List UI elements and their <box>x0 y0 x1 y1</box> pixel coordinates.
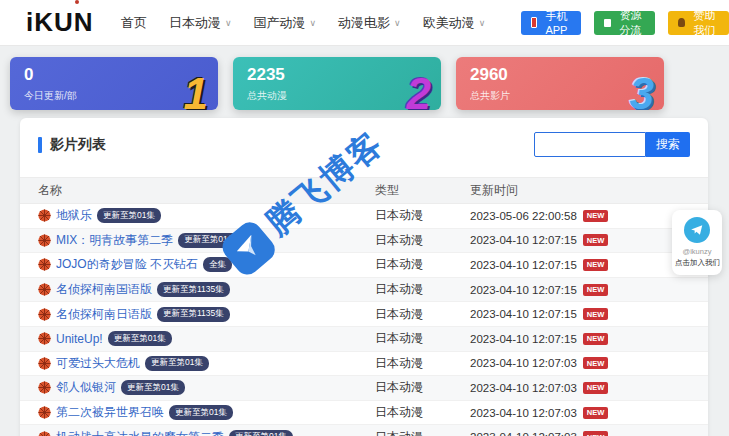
table-row: 地狱乐 更新至第01集 日本动漫 2023-05-06 22:00:58 NEW <box>20 204 708 229</box>
update-time: 2023-05-06 22:00:58 <box>470 210 577 222</box>
time-cell: 2023-04-10 12:07:03 NEW <box>470 382 708 394</box>
telegram-handle: @ikunzy <box>675 247 719 256</box>
name-cell: UniteUp! 更新至第01集 <box>38 331 375 346</box>
table-row: JOJO的奇妙冒险 不灭钻石 全集 日本动漫 2023-04-10 12:07:… <box>20 253 708 278</box>
table-row: MIX：明青故事第二季 更新至第01集 日本动漫 2023-04-10 12:0… <box>20 229 708 254</box>
video-title-link[interactable]: 名侦探柯南日语版 <box>56 306 152 323</box>
app-download-label: 手机APP <box>542 9 571 36</box>
nav-menu-item[interactable]: 欧美动漫 ∨ <box>423 14 486 32</box>
table-header-row: 名称 类型 更新时间 <box>20 177 708 204</box>
video-title-link[interactable]: MIX：明青故事第二季 <box>56 232 173 249</box>
site-logo[interactable]: iKUN <box>26 7 99 38</box>
video-title-link[interactable]: 第二次被异世界召唤 <box>56 404 164 421</box>
search-input[interactable] <box>534 132 646 157</box>
episode-badge: 更新至第01集 <box>121 380 185 395</box>
stat-label: 今日更新/部 <box>24 89 204 103</box>
video-title-link[interactable]: 机动战士高达水星的魔女第二季 <box>56 429 224 436</box>
time-cell: 2023-04-10 12:07:15 NEW <box>470 333 708 345</box>
panel-title: 影片列表 <box>38 136 106 154</box>
nav-menu-item[interactable]: 国产动漫 ∨ <box>254 14 317 32</box>
resource-mirror-button[interactable]: 资源分流 <box>594 11 655 35</box>
search-button[interactable]: 搜索 <box>646 132 690 157</box>
name-cell: 邻人似银河 更新至第01集 <box>38 379 375 396</box>
basketball-icon <box>38 431 51 436</box>
nav-menu-item-label: 首页 <box>121 14 147 32</box>
time-cell: 2023-04-10 12:07:15 NEW <box>470 284 708 296</box>
time-cell: 2023-04-10 12:07:03 NEW <box>470 357 708 369</box>
name-cell: 名侦探柯南国语版 更新至第1135集 <box>38 281 375 298</box>
video-title-link[interactable]: 邻人似银河 <box>56 379 116 396</box>
table-row: 名侦探柯南国语版 更新至第1135集 日本动漫 2023-04-10 12:07… <box>20 278 708 303</box>
update-time: 2023-04-10 12:07:15 <box>470 259 577 271</box>
basketball-player-icon <box>78 3 88 15</box>
chevron-down-icon: ∨ <box>225 18 232 28</box>
app-download-button[interactable]: 手机APP <box>521 11 580 35</box>
name-cell: 可爱过头大危机 更新至第01集 <box>38 355 375 372</box>
stat-value: 0 <box>24 65 204 85</box>
update-time: 2023-04-10 12:07:03 <box>470 357 577 369</box>
table-row: UniteUp! 更新至第01集 日本动漫 2023-04-10 12:07:1… <box>20 327 708 352</box>
episode-badge: 更新至第1135集 <box>157 282 230 297</box>
nav-menu-item[interactable]: 日本动漫 ∨ <box>169 14 232 32</box>
search-group: 搜索 <box>534 132 690 157</box>
episode-badge: 更新至第01集 <box>229 430 293 436</box>
stat-value: 2960 <box>470 65 650 85</box>
basketball-icon <box>38 332 51 345</box>
basketball-icon <box>38 283 51 296</box>
name-cell: MIX：明青故事第二季 更新至第01集 <box>38 232 375 249</box>
nav-menu-item-label: 国产动漫 <box>254 14 306 32</box>
stat-card-total-anime: 2235 总共动漫 2 <box>233 57 441 110</box>
video-title-link[interactable]: 可爱过头大危机 <box>56 355 140 372</box>
sponsor-label: 赞助我们 <box>690 8 719 38</box>
telegram-join-label: 点击加入我们 <box>675 258 719 268</box>
new-badge: NEW <box>583 431 609 436</box>
time-cell: 2023-04-10 12:07:15 NEW <box>470 308 708 320</box>
video-list-panel: 影片列表 搜索 名称 类型 更新时间 地狱乐 <box>20 118 708 436</box>
type-cell: 日本动漫 <box>375 232 470 249</box>
new-badge: NEW <box>583 308 609 320</box>
sponsor-button[interactable]: 赞助我们 <box>668 11 729 35</box>
update-time: 2023-04-10 12:07:03 <box>470 407 577 419</box>
nav-menu: 首页 日本动漫 ∨ 国产动漫 ∨ 动漫电影 ∨ 欧美动漫 ∨ <box>121 14 485 32</box>
nav-menu-item[interactable]: 动漫电影 ∨ <box>338 14 401 32</box>
video-title-link[interactable]: 名侦探柯南国语版 <box>56 281 152 298</box>
basketball-icon <box>38 234 51 247</box>
new-badge: NEW <box>583 357 609 369</box>
stat-value: 2235 <box>247 65 427 85</box>
name-cell: 地狱乐 更新至第01集 <box>38 207 375 224</box>
update-time: 2023-04-10 12:07:03 <box>470 382 577 394</box>
episode-badge: 更新至第1135集 <box>157 307 230 322</box>
chevron-down-icon: ∨ <box>310 18 317 28</box>
panel-title-text: 影片列表 <box>50 136 106 154</box>
column-header-time: 更新时间 <box>470 182 708 199</box>
new-badge: NEW <box>583 407 609 419</box>
basketball-icon <box>38 381 51 394</box>
nav-menu-item-label: 日本动漫 <box>169 14 221 32</box>
episode-badge: 更新至第01集 <box>145 356 209 371</box>
telegram-icon <box>684 217 710 243</box>
type-cell: 日本动漫 <box>375 404 470 421</box>
type-cell: 日本动漫 <box>375 330 470 347</box>
hand-icon <box>678 18 685 27</box>
video-title-link[interactable]: 地狱乐 <box>56 207 92 224</box>
rank-digit-2: 2 <box>407 72 431 110</box>
rank-digit-1: 1 <box>184 72 208 110</box>
nav-menu-item[interactable]: 首页 <box>121 14 147 32</box>
name-cell: JOJO的奇妙冒险 不灭钻石 全集 <box>38 256 375 273</box>
nav-buttons: 手机APP 资源分流 赞助我们 <box>521 11 729 35</box>
update-time: 2023-04-10 12:07:03 <box>470 431 577 436</box>
stat-label: 总共影片 <box>470 89 650 103</box>
type-cell: 日本动漫 <box>375 306 470 323</box>
type-cell: 日本动漫 <box>375 281 470 298</box>
table-row: 第二次被异世界召唤 更新至第01集 日本动漫 2023-04-10 12:07:… <box>20 401 708 426</box>
episode-badge: 更新至第01集 <box>108 331 172 346</box>
navbar: iKUN 首页 日本动漫 ∨ 国产动漫 ∨ 动漫电影 ∨ <box>0 0 729 46</box>
episode-badge: 更新至第01集 <box>169 405 233 420</box>
time-cell: 2023-04-10 12:07:03 NEW <box>470 407 708 419</box>
telegram-float-widget[interactable]: @ikunzy 点击加入我们 <box>672 210 722 275</box>
nav-menu-item-label: 动漫电影 <box>338 14 390 32</box>
video-title-link[interactable]: JOJO的奇妙冒险 不灭钻石 <box>56 256 198 273</box>
table-row: 可爱过头大危机 更新至第01集 日本动漫 2023-04-10 12:07:03… <box>20 352 708 377</box>
table-row: 名侦探柯南日语版 更新至第1135集 日本动漫 2023-04-10 12:07… <box>20 302 708 327</box>
video-title-link[interactable]: UniteUp! <box>56 332 103 346</box>
